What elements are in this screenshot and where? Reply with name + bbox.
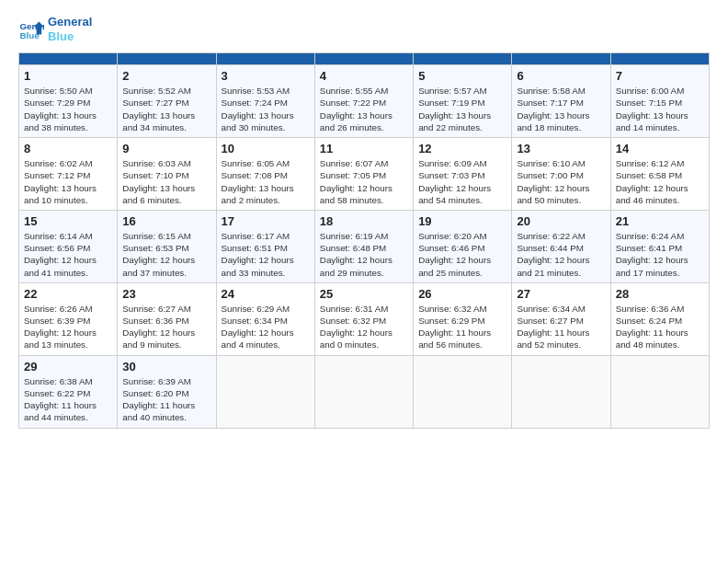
- calendar-row: 29 Sunrise: 6:38 AM Sunset: 6:22 PM Dayl…: [19, 355, 710, 428]
- calendar-cell: [216, 355, 314, 428]
- day-number: 11: [320, 142, 408, 155]
- day-info: Sunrise: 6:09 AM Sunset: 7:03 PM Dayligh…: [418, 157, 506, 206]
- calendar-cell: 13 Sunrise: 6:10 AM Sunset: 7:00 PM Dayl…: [512, 138, 610, 211]
- day-number: 16: [122, 214, 210, 228]
- logo: General Blue General Blue: [18, 15, 92, 43]
- calendar-cell: 17 Sunrise: 6:17 AM Sunset: 6:51 PM Dayl…: [216, 210, 314, 282]
- day-info: Sunrise: 5:52 AM Sunset: 7:27 PM Dayligh…: [122, 85, 210, 133]
- day-number: 15: [24, 214, 112, 228]
- day-number: 18: [320, 214, 408, 228]
- day-info: Sunrise: 6:27 AM Sunset: 6:36 PM Dayligh…: [122, 303, 210, 351]
- day-info: Sunrise: 5:53 AM Sunset: 7:24 PM Dayligh…: [222, 85, 310, 133]
- day-info: Sunrise: 5:58 AM Sunset: 7:17 PM Dayligh…: [517, 85, 605, 133]
- calendar-table: 1 Sunrise: 5:50 AM Sunset: 7:29 PM Dayli…: [18, 52, 710, 428]
- calendar-row: 22 Sunrise: 6:26 AM Sunset: 6:39 PM Dayl…: [19, 282, 710, 355]
- day-number: 5: [418, 69, 506, 83]
- calendar-cell: 23 Sunrise: 6:27 AM Sunset: 6:36 PM Dayl…: [118, 282, 216, 355]
- calendar-cell: 21 Sunrise: 6:24 AM Sunset: 6:41 PM Dayl…: [610, 210, 709, 282]
- logo-text-blue: Blue: [48, 29, 92, 44]
- calendar-cell: 25 Sunrise: 6:31 AM Sunset: 6:32 PM Dayl…: [314, 282, 413, 355]
- calendar-cell: 27 Sunrise: 6:34 AM Sunset: 6:27 PM Dayl…: [512, 282, 610, 355]
- day-info: Sunrise: 6:02 AM Sunset: 7:12 PM Dayligh…: [24, 157, 112, 206]
- day-number: 13: [517, 142, 605, 155]
- day-number: 17: [222, 214, 310, 228]
- day-info: Sunrise: 6:10 AM Sunset: 7:00 PM Dayligh…: [517, 157, 605, 206]
- calendar-cell: 6 Sunrise: 5:58 AM Sunset: 7:17 PM Dayli…: [512, 65, 610, 138]
- day-info: Sunrise: 6:39 AM Sunset: 6:20 PM Dayligh…: [122, 375, 210, 424]
- calendar-cell: 4 Sunrise: 5:55 AM Sunset: 7:22 PM Dayli…: [314, 65, 413, 138]
- calendar-row: 15 Sunrise: 6:14 AM Sunset: 6:56 PM Dayl…: [19, 210, 710, 282]
- day-info: Sunrise: 5:50 AM Sunset: 7:29 PM Dayligh…: [24, 85, 112, 133]
- day-number: 3: [222, 69, 310, 83]
- day-info: Sunrise: 6:00 AM Sunset: 7:15 PM Dayligh…: [616, 85, 704, 133]
- day-number: 21: [616, 214, 704, 228]
- calendar-cell: 30 Sunrise: 6:39 AM Sunset: 6:20 PM Dayl…: [118, 355, 216, 428]
- calendar-cell: 20 Sunrise: 6:22 AM Sunset: 6:44 PM Dayl…: [512, 210, 610, 282]
- day-info: Sunrise: 6:14 AM Sunset: 6:56 PM Dayligh…: [24, 230, 112, 279]
- calendar-cell: 11 Sunrise: 6:07 AM Sunset: 7:05 PM Dayl…: [314, 138, 413, 211]
- calendar-cell: 12 Sunrise: 6:09 AM Sunset: 7:03 PM Dayl…: [414, 138, 512, 211]
- calendar-row: 1 Sunrise: 5:50 AM Sunset: 7:29 PM Dayli…: [19, 65, 710, 138]
- col-saturday: [610, 53, 709, 65]
- day-info: Sunrise: 6:03 AM Sunset: 7:10 PM Dayligh…: [122, 157, 210, 206]
- day-info: Sunrise: 6:34 AM Sunset: 6:27 PM Dayligh…: [517, 303, 605, 351]
- day-number: 7: [616, 69, 704, 83]
- day-number: 25: [320, 287, 408, 301]
- day-number: 9: [122, 142, 210, 155]
- day-number: 10: [222, 142, 310, 155]
- calendar-cell: 24 Sunrise: 6:29 AM Sunset: 6:34 PM Dayl…: [216, 282, 314, 355]
- calendar-cell: 10 Sunrise: 6:05 AM Sunset: 7:08 PM Dayl…: [216, 138, 314, 211]
- day-number: 4: [320, 69, 408, 83]
- calendar-cell: 19 Sunrise: 6:20 AM Sunset: 6:46 PM Dayl…: [414, 210, 512, 282]
- calendar-cell: 16 Sunrise: 6:15 AM Sunset: 6:53 PM Dayl…: [118, 210, 216, 282]
- calendar-cell: 28 Sunrise: 6:36 AM Sunset: 6:24 PM Dayl…: [610, 282, 709, 355]
- day-number: 23: [122, 287, 210, 301]
- day-number: 14: [616, 142, 704, 155]
- day-info: Sunrise: 6:05 AM Sunset: 7:08 PM Dayligh…: [222, 157, 310, 206]
- col-sunday: [19, 53, 118, 65]
- day-info: Sunrise: 6:20 AM Sunset: 6:46 PM Dayligh…: [418, 230, 506, 279]
- calendar-cell: 18 Sunrise: 6:19 AM Sunset: 6:48 PM Dayl…: [314, 210, 413, 282]
- day-info: Sunrise: 6:26 AM Sunset: 6:39 PM Dayligh…: [24, 303, 112, 351]
- calendar-cell: 29 Sunrise: 6:38 AM Sunset: 6:22 PM Dayl…: [19, 355, 118, 428]
- day-info: Sunrise: 6:12 AM Sunset: 6:58 PM Dayligh…: [616, 157, 704, 206]
- day-info: Sunrise: 6:32 AM Sunset: 6:29 PM Dayligh…: [418, 303, 506, 351]
- calendar-cell: [610, 355, 709, 428]
- day-number: 26: [418, 287, 506, 301]
- col-monday: [118, 53, 216, 65]
- header-row: [19, 53, 710, 65]
- day-number: 24: [222, 287, 310, 301]
- calendar-cell: [512, 355, 610, 428]
- day-info: Sunrise: 6:22 AM Sunset: 6:44 PM Dayligh…: [517, 230, 605, 279]
- col-tuesday: [216, 53, 314, 65]
- col-friday: [512, 53, 610, 65]
- calendar-cell: 1 Sunrise: 5:50 AM Sunset: 7:29 PM Dayli…: [19, 65, 118, 138]
- calendar-cell: 15 Sunrise: 6:14 AM Sunset: 6:56 PM Dayl…: [19, 210, 118, 282]
- day-number: 12: [418, 142, 506, 155]
- day-info: Sunrise: 6:36 AM Sunset: 6:24 PM Dayligh…: [616, 303, 704, 351]
- day-info: Sunrise: 6:19 AM Sunset: 6:48 PM Dayligh…: [320, 230, 408, 279]
- day-number: 19: [418, 214, 506, 228]
- calendar-cell: 9 Sunrise: 6:03 AM Sunset: 7:10 PM Dayli…: [118, 138, 216, 211]
- day-info: Sunrise: 6:38 AM Sunset: 6:22 PM Dayligh…: [24, 375, 112, 424]
- calendar-cell: [314, 355, 413, 428]
- page: General Blue General Blue: [0, 0, 728, 447]
- day-info: Sunrise: 6:29 AM Sunset: 6:34 PM Dayligh…: [222, 303, 310, 351]
- calendar-cell: 8 Sunrise: 6:02 AM Sunset: 7:12 PM Dayli…: [19, 138, 118, 211]
- day-number: 29: [24, 360, 112, 373]
- col-thursday: [414, 53, 512, 65]
- day-number: 2: [122, 69, 210, 83]
- day-number: 30: [122, 360, 210, 373]
- calendar-cell: 14 Sunrise: 6:12 AM Sunset: 6:58 PM Dayl…: [610, 138, 709, 211]
- page-header: General Blue General Blue: [18, 15, 710, 43]
- day-number: 6: [517, 69, 605, 83]
- day-info: Sunrise: 5:55 AM Sunset: 7:22 PM Dayligh…: [320, 85, 408, 133]
- logo-text-general: General: [48, 15, 92, 29]
- day-number: 27: [517, 287, 605, 301]
- day-number: 22: [24, 287, 112, 301]
- calendar-cell: 5 Sunrise: 5:57 AM Sunset: 7:19 PM Dayli…: [414, 65, 512, 138]
- day-info: Sunrise: 6:15 AM Sunset: 6:53 PM Dayligh…: [122, 230, 210, 279]
- col-wednesday: [314, 53, 413, 65]
- calendar-cell: 22 Sunrise: 6:26 AM Sunset: 6:39 PM Dayl…: [19, 282, 118, 355]
- day-number: 20: [517, 214, 605, 228]
